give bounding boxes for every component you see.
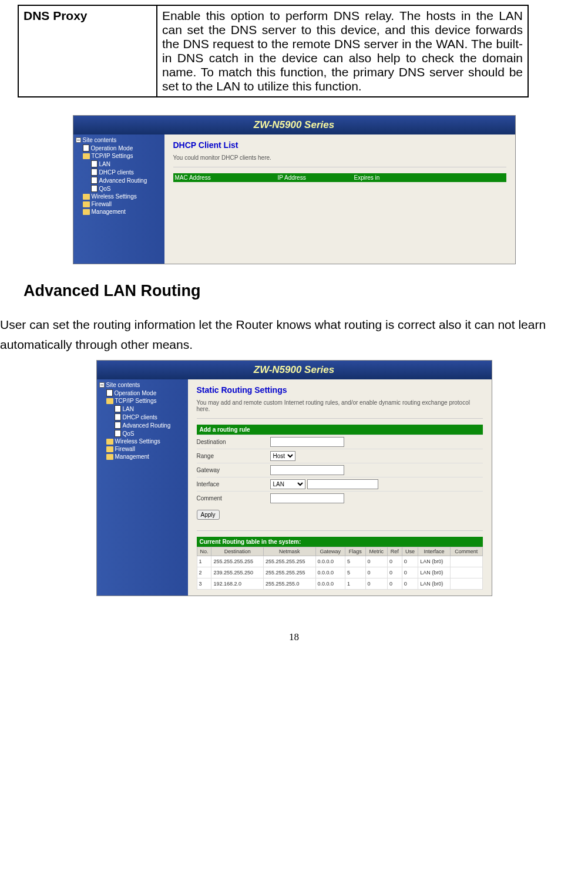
sidebar-item-management[interactable]: Management: [73, 208, 164, 216]
series-title: ZW-N5900 Series: [254, 364, 334, 375]
sidebar-item-firewall[interactable]: Firewall: [73, 200, 164, 208]
cell-gateway: 0.0.0.0: [315, 578, 345, 590]
th-flags: Flags: [345, 547, 365, 556]
dns-proxy-label: DNS Proxy: [18, 5, 157, 97]
folder-icon: [106, 454, 113, 460]
column-ip: IP Address: [278, 174, 354, 181]
screenshot-static-routing: ZW-N5900 Series Site contents Operation …: [96, 360, 492, 596]
cell-interface: LAN (br0): [418, 578, 451, 590]
th-gateway: Gateway: [315, 547, 345, 556]
sidebar-item-advanced-routing[interactable]: Advanced Routing: [97, 421, 188, 429]
sidebar-item-advanced-routing[interactable]: Advanced Routing: [73, 176, 164, 184]
cell-interface: LAN (br0): [418, 567, 451, 578]
document-icon: [91, 177, 98, 184]
section-body-text: User can set the routing information let…: [0, 315, 588, 354]
sidebar-item-qos[interactable]: QoS: [97, 429, 188, 438]
sidebar-item-dhcp[interactable]: DHCP clients: [97, 413, 188, 421]
window-header: ZW-N5900 Series: [97, 361, 492, 379]
gateway-input[interactable]: [270, 465, 344, 475]
document-icon: [91, 185, 98, 192]
table-row: 1255.255.255.255255.255.255.2550.0.0.050…: [197, 556, 482, 567]
interface-select[interactable]: LAN: [270, 479, 305, 489]
cell-metric: 0: [365, 578, 387, 590]
label-destination: Destination: [197, 439, 270, 445]
folder-icon: [106, 439, 113, 445]
interface-extra-input[interactable]: [307, 479, 378, 489]
cell-flags: 5: [345, 556, 365, 567]
divider: [197, 530, 483, 531]
form-row-comment: Comment: [197, 491, 483, 505]
page-title: DHCP Client List: [173, 140, 506, 150]
divider: [173, 167, 506, 167]
sidebar-item-wireless[interactable]: Wireless Settings: [97, 438, 188, 445]
folder-icon: [83, 153, 90, 159]
th-destination: Destination: [211, 547, 264, 556]
range-select[interactable]: Host: [270, 451, 295, 461]
divider: [197, 418, 483, 419]
cell-metric: 0: [365, 567, 387, 578]
series-title: ZW-N5900 Series: [254, 119, 334, 130]
routing-table: No. Destination Netmask Gateway Flags Me…: [197, 547, 483, 590]
document-icon: [115, 405, 121, 412]
folder-icon: [83, 201, 90, 207]
sidebar-item-operation-mode[interactable]: Operation Mode: [97, 389, 188, 397]
sidebar-title: Site contents: [97, 381, 188, 389]
cell-netmask: 255.255.255.0: [264, 578, 316, 590]
table-header-row: No. Destination Netmask Gateway Flags Me…: [197, 547, 482, 556]
sidebar-item-management[interactable]: Management: [97, 453, 188, 460]
dhcp-table-header: MAC Address IP Address Expires in: [173, 173, 506, 182]
folder-icon: [83, 209, 90, 215]
th-metric: Metric: [365, 547, 387, 556]
sidebar-nav: Site contents Operation Mode TCP/IP Sett…: [97, 379, 188, 596]
cell-use: 0: [402, 578, 418, 590]
form-row-range: Range Host: [197, 449, 483, 463]
sidebar-item-wireless[interactable]: Wireless Settings: [73, 193, 164, 200]
sidebar-item-operation-mode[interactable]: Operation Mode: [73, 144, 164, 152]
comment-input[interactable]: [270, 493, 344, 503]
document-icon: [91, 169, 98, 176]
cell-comment: [450, 567, 482, 578]
destination-input[interactable]: [270, 437, 344, 447]
document-icon: [91, 160, 98, 167]
current-routing-banner: Current Routing table in the system:: [197, 537, 483, 547]
sidebar-item-lan[interactable]: LAN: [97, 405, 188, 413]
label-gateway: Gateway: [197, 467, 270, 473]
page-subtitle: You may add and remote custom Internet r…: [197, 399, 483, 412]
cell-use: 0: [402, 567, 418, 578]
apply-button[interactable]: Apply: [197, 510, 220, 520]
section-heading: Advanced LAN Routing: [23, 282, 588, 300]
content-panel: Static Routing Settings You may add and …: [188, 379, 492, 596]
th-no: No.: [197, 547, 211, 556]
cell-flags: 1: [345, 578, 365, 590]
cell-destination: 239.255.255.250: [211, 567, 264, 578]
window-header: ZW-N5900 Series: [73, 116, 515, 134]
cell-metric: 0: [365, 556, 387, 567]
page-subtitle: You could monitor DHCP clients here.: [173, 154, 506, 161]
cell-no: 1: [197, 556, 211, 567]
document-icon: [106, 389, 113, 396]
sidebar-item-firewall[interactable]: Firewall: [97, 445, 188, 453]
th-interface: Interface: [418, 547, 451, 556]
form-row-gateway: Gateway: [197, 463, 483, 477]
cell-ref: 0: [387, 556, 402, 567]
sidebar-item-qos[interactable]: QoS: [73, 184, 164, 193]
folder-icon: [106, 398, 113, 404]
cell-destination: 255.255.255.255: [211, 556, 264, 567]
cell-gateway: 0.0.0.0: [315, 567, 345, 578]
dns-proxy-text: Enable this option to perform DNS relay.…: [157, 5, 528, 97]
cell-comment: [450, 578, 482, 590]
sidebar-item-dhcp[interactable]: DHCP clients: [73, 168, 164, 176]
form-row-destination: Destination: [197, 435, 483, 449]
minus-icon: [99, 382, 105, 388]
cell-no: 2: [197, 567, 211, 578]
cell-gateway: 0.0.0.0: [315, 556, 345, 567]
sidebar-item-lan[interactable]: LAN: [73, 160, 164, 168]
table-row: 3192.168.2.0255.255.255.00.0.0.01000LAN …: [197, 578, 482, 590]
cell-destination: 192.168.2.0: [211, 578, 264, 590]
sidebar-item-tcpip[interactable]: TCP/IP Settings: [73, 152, 164, 160]
document-icon: [115, 430, 121, 437]
document-icon: [115, 413, 121, 421]
label-range: Range: [197, 453, 270, 459]
sidebar-item-tcpip[interactable]: TCP/IP Settings: [97, 397, 188, 405]
cell-flags: 5: [345, 567, 365, 578]
